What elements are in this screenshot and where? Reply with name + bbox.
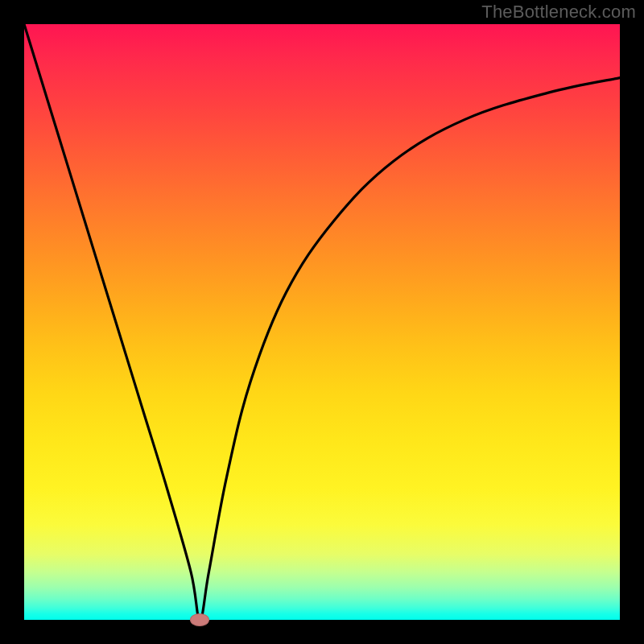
chart-frame: TheBottleneck.com <box>0 0 644 644</box>
min-point-marker <box>190 613 209 626</box>
plot-area <box>24 24 620 620</box>
curve-layer <box>24 24 620 620</box>
bottleneck-curve <box>24 24 620 620</box>
watermark-text: TheBottleneck.com <box>481 2 636 23</box>
